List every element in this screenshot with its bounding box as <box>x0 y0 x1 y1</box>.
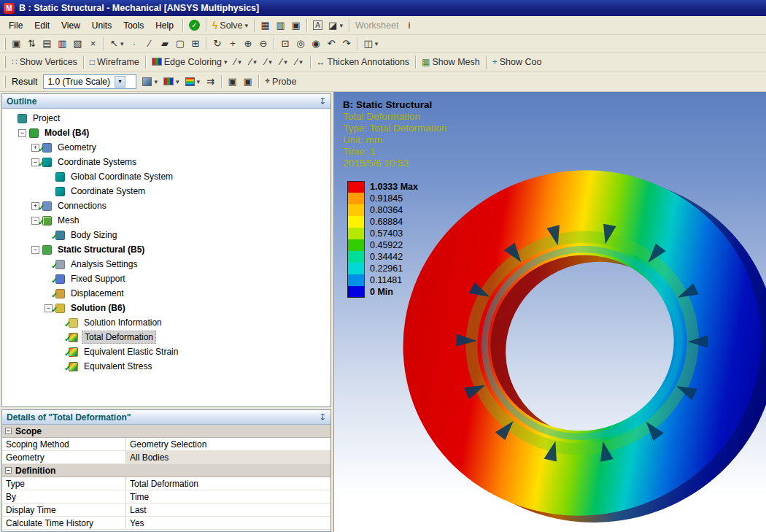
show-vertices-icon: ∷ <box>12 57 18 67</box>
zoom-fit-button[interactable]: ◎ <box>293 36 308 51</box>
paste-button[interactable]: ▥ <box>55 36 70 51</box>
toolbar-grip[interactable] <box>4 56 6 68</box>
pin-icon[interactable]: ↧ <box>319 412 326 423</box>
collapse-icon[interactable] <box>18 129 26 137</box>
menu-units[interactable]: Units <box>86 18 117 34</box>
refresh-button[interactable]: ⇅ <box>24 36 39 51</box>
tree-item-analysis-settings[interactable]: Analysis Settings <box>2 257 330 271</box>
viewport-3d[interactable]: B: Static Structural Total Deformation T… <box>333 92 766 532</box>
max-annotation-button[interactable]: ▣ <box>240 74 255 89</box>
tree-item-displacement[interactable]: Displacement <box>2 286 330 301</box>
tree-item-connections[interactable]: Connections <box>2 198 330 213</box>
new-chart-button[interactable]: ▦ <box>258 18 273 33</box>
toolbar-grip[interactable] <box>4 38 6 50</box>
image-capture-button[interactable]: ◪▾ <box>325 18 346 33</box>
face-filter-button[interactable]: ▰ <box>157 36 172 51</box>
zoom-in-button[interactable]: ⊕ <box>240 36 255 51</box>
calculate-time-history-value[interactable]: Yes <box>126 517 330 529</box>
vector-display-button[interactable]: ⇉ <box>203 74 218 89</box>
contour-style-icon <box>185 77 195 86</box>
vertex-filter-button[interactable]: ∙ <box>126 36 142 51</box>
copy-button[interactable]: ▤ <box>39 36 55 51</box>
edge-option-5-dropdown[interactable]: ∕▾ <box>292 54 307 69</box>
extend-selection-button[interactable]: ⊞ <box>187 36 203 51</box>
edge-option-2-dropdown[interactable]: ∕▾ <box>246 54 261 69</box>
body-filter-button[interactable]: ▢ <box>172 36 187 51</box>
status-ok-button[interactable]: ✓ <box>186 18 203 33</box>
tree-item-body-sizing[interactable]: Body Sizing <box>2 228 330 242</box>
pan-button[interactable]: + <box>225 36 240 51</box>
toolbar-grip[interactable] <box>4 76 6 88</box>
show-coordinate-systems-button[interactable]: + Show Coo <box>490 54 545 69</box>
tree-item-model[interactable]: Model (B4) <box>2 126 330 140</box>
details-section-definition[interactable]: Definition <box>2 464 330 477</box>
previous-view-button[interactable]: ↶ <box>323 36 338 51</box>
tree-item-total-deformation[interactable]: Total Deformation <box>2 330 330 344</box>
contour-style-dropdown[interactable]: ▾ <box>182 74 204 89</box>
pin-icon[interactable]: ↧ <box>319 96 326 107</box>
static-structural-icon <box>42 245 52 255</box>
tree-item-equivalent-elastic-strain[interactable]: Equivalent Elastic Strain <box>2 344 330 359</box>
type-value[interactable]: Total Deformation <box>126 477 330 490</box>
tree-item-static-structural[interactable]: Static Structural (B5) <box>2 242 330 257</box>
collapse-icon[interactable] <box>31 246 39 254</box>
details-section-scope[interactable]: Scope <box>2 425 330 438</box>
scoping-method-value[interactable]: Geometry Selection <box>126 438 330 450</box>
legend-style-dropdown[interactable]: ▾ <box>160 74 182 89</box>
clipboard-button[interactable]: ▧ <box>70 36 85 51</box>
geometry-display-dropdown[interactable]: ▾ <box>139 74 160 89</box>
wireframe-button[interactable]: □ Wireframe <box>87 54 142 69</box>
show-mesh-label: Show Mesh <box>432 57 479 67</box>
model-ring-graphic <box>391 159 766 528</box>
rotate-button[interactable]: ↻ <box>209 36 225 51</box>
thicken-annotations-button[interactable]: ↔ Thicken Annotations <box>314 54 413 69</box>
info-cursor-icon[interactable]: i <box>401 18 417 33</box>
tree-item-solution-information[interactable]: Solution Information <box>2 315 330 330</box>
tree-item-coordinate-systems[interactable]: Coordinate Systems <box>2 155 330 169</box>
min-annotation-button[interactable]: ▣ <box>225 74 240 89</box>
separator <box>349 19 349 32</box>
tree-item-coordinate-system[interactable]: Coordinate System <box>2 184 330 198</box>
select-cursor-button[interactable]: ↖▾ <box>107 36 126 51</box>
tree-item-mesh[interactable]: Mesh <box>2 213 330 228</box>
by-value[interactable]: Time <box>126 490 330 503</box>
display-time-value[interactable]: Last <box>126 504 330 516</box>
annotation-button[interactable]: A <box>310 18 325 33</box>
export-button[interactable]: ▣ <box>288 18 303 33</box>
next-view-button[interactable]: ↷ <box>338 36 354 51</box>
show-vertices-button[interactable]: ∷ Show Vertices <box>9 54 80 69</box>
tree-item-project[interactable]: Project <box>2 111 330 126</box>
menu-file[interactable]: File <box>3 18 28 34</box>
edge-filter-button[interactable]: ∕ <box>142 36 157 51</box>
viewports-button[interactable]: ◫▾ <box>360 36 381 51</box>
edge-coloring-button[interactable]: Edge Coloring ▾ <box>149 54 231 69</box>
menu-tools[interactable]: Tools <box>117 18 150 34</box>
edge-option-1-dropdown[interactable]: ∕▾ <box>231 54 246 69</box>
chart-button[interactable]: ▥ <box>273 18 288 33</box>
edge-option-3-dropdown[interactable]: ∕▾ <box>261 54 276 69</box>
geometry-value[interactable]: All Bodies <box>126 451 330 463</box>
zoom-out-button[interactable]: ⊖ <box>255 36 271 51</box>
edge-style-icon: ∕ <box>265 56 266 67</box>
edge-option-4-dropdown[interactable]: ∕▾ <box>276 54 292 69</box>
tree-item-fixed-support[interactable]: Fixed Support <box>2 271 330 286</box>
show-mesh-button[interactable]: ▦ Show Mesh <box>419 54 483 69</box>
tree-item-global-coordinate-system[interactable]: Global Coordinate System <box>2 169 330 184</box>
collapse-icon[interactable] <box>5 467 12 474</box>
tree-item-equivalent-stress[interactable]: Equivalent Stress <box>2 359 330 374</box>
delete-button[interactable]: × <box>85 36 101 51</box>
menu-help[interactable]: Help <box>150 18 179 34</box>
collapse-icon[interactable] <box>5 428 12 434</box>
legend-swatch <box>347 286 365 298</box>
result-scale-select[interactable]: 1.0 (True Scale) ▾ <box>43 74 136 89</box>
box-zoom-button[interactable]: ⊡ <box>277 36 293 51</box>
menu-view[interactable]: View <box>55 18 86 34</box>
separator <box>274 37 274 50</box>
magnifier-button[interactable]: ◉ <box>308 36 323 51</box>
tree-item-solution[interactable]: Solution (B6) <box>2 301 330 315</box>
probe-button[interactable]: ⌖ Probe <box>262 74 299 89</box>
duplicate-button[interactable]: ▣ <box>9 36 24 51</box>
menu-edit[interactable]: Edit <box>28 18 55 34</box>
solve-button[interactable]: ϟ Solve ▾ <box>209 18 251 33</box>
tree-item-geometry[interactable]: Geometry <box>2 140 330 155</box>
